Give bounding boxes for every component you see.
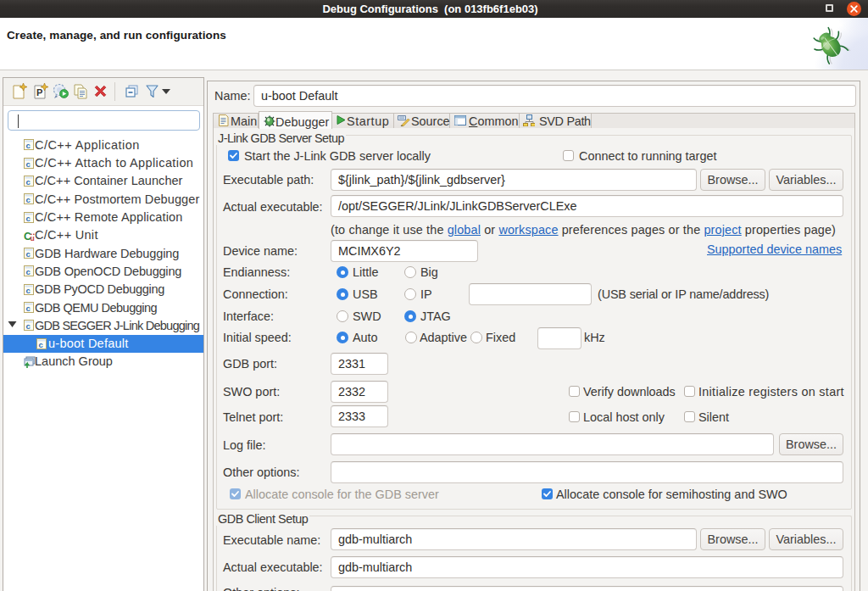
svg-text:c: c bbox=[26, 159, 31, 168]
svg-text:c: c bbox=[26, 195, 31, 204]
svg-text:c: c bbox=[26, 321, 31, 331]
svg-text:c: c bbox=[26, 249, 31, 259]
svg-text:c: c bbox=[26, 213, 31, 222]
svg-text:P: P bbox=[36, 87, 42, 98]
svg-text:c: c bbox=[26, 141, 31, 150]
svg-text:c: c bbox=[39, 339, 44, 348]
svg-text:c: c bbox=[26, 177, 31, 187]
svg-text:c: c bbox=[26, 304, 31, 313]
svg-text:c: c bbox=[26, 267, 31, 276]
svg-text:c: c bbox=[26, 285, 31, 294]
